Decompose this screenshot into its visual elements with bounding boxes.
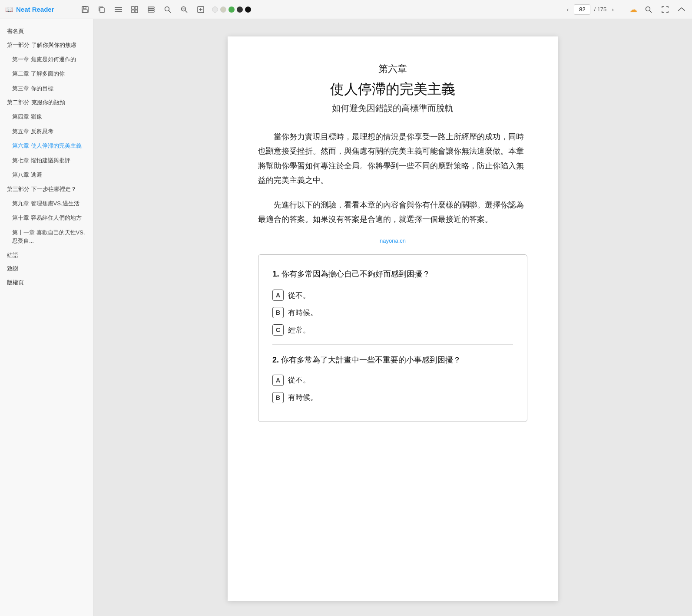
- q1-text: 你有多常因為擔心自己不夠好而感到困擾？: [281, 270, 430, 278]
- sidebar-item-ch4[interactable]: 第四章 猶豫: [0, 109, 93, 124]
- svg-rect-8: [135, 7, 138, 9]
- sidebar-item-cover[interactable]: 書名頁: [0, 24, 93, 38]
- q2-text: 你有多常為了大計畫中一些不重要的小事感到困擾？: [281, 356, 461, 364]
- quiz-question-2: 2. 你有多常為了大計畫中一些不重要的小事感到困擾？: [272, 353, 513, 367]
- svg-rect-10: [135, 10, 138, 13]
- sidebar-item-part3[interactable]: 第三部分 下一步往哪裡走？: [0, 182, 93, 196]
- color-dot-dark[interactable]: [237, 7, 243, 13]
- copy-icon[interactable]: [96, 4, 107, 15]
- toolbar-right: ☁: [629, 4, 687, 15]
- option-text-a2: 從不。: [288, 375, 310, 385]
- svg-rect-9: [132, 10, 134, 13]
- prev-page-button[interactable]: ‹: [565, 5, 571, 14]
- svg-rect-7: [132, 7, 134, 9]
- sidebar-item-part1[interactable]: 第一部分 了解你與你的焦慮: [0, 38, 93, 52]
- quiz-divider: [272, 344, 513, 345]
- page-total-label: / 175: [594, 6, 606, 13]
- svg-line-15: [169, 10, 171, 13]
- sidebar-item-ch2[interactable]: 第二章 了解多面的你: [0, 66, 93, 81]
- sidebar: 書名頁 第一部分 了解你與你的焦慮 第一章 焦慮是如何運作的 第二章 了解多面的…: [0, 19, 93, 616]
- sidebar-item-part2[interactable]: 第二部分 克服你的瓶頸: [0, 96, 93, 109]
- zoom-out-icon[interactable]: [179, 4, 189, 15]
- option-label-b1: B: [272, 307, 284, 318]
- sidebar-item-thanks[interactable]: 致謝: [0, 262, 93, 276]
- chapter-title: 使人停滯的完美主義: [258, 80, 527, 99]
- add-icon[interactable]: [195, 4, 206, 15]
- sidebar-item-ch10[interactable]: 第十章 容易絆住人們的地方: [0, 211, 93, 225]
- svg-rect-13: [148, 11, 154, 12]
- app-brand: 📖 Neat Reader: [5, 6, 75, 13]
- fullscreen-icon[interactable]: [660, 4, 670, 15]
- quiz-option-2a: A 從不。: [272, 375, 513, 386]
- list-icon[interactable]: [146, 4, 156, 15]
- chapter-subtitle: 如何避免因錯誤的高標準而脫軌: [258, 102, 527, 114]
- paragraph-1: 當你努力實現目標時，最理想的情況是你享受一路上所經歷的成功，同時也顯意接受挫折。…: [258, 130, 527, 188]
- color-dot-white[interactable]: [212, 7, 218, 13]
- page-nav: ‹ 82 / 175 ›: [565, 4, 616, 15]
- quiz-option-1c: C 經常。: [272, 324, 513, 336]
- q1-number: 1.: [272, 269, 279, 278]
- svg-line-23: [650, 10, 652, 13]
- toolbar-icons: ‹ 82 / 175 ›: [80, 4, 616, 15]
- book-page: 第六章 使人停滯的完美主義 如何避免因錯誤的高標準而脫軌 當你努力實現目標時，最…: [228, 36, 558, 601]
- sidebar-item-ch8[interactable]: 第八章 逃避: [0, 168, 93, 182]
- chapter-label: 第六章: [258, 63, 527, 76]
- option-text-b1: 有時候。: [288, 308, 318, 318]
- svg-point-14: [165, 7, 169, 11]
- option-text-a1: 從不。: [288, 290, 310, 300]
- quiz-option-2b: B 有時候。: [272, 392, 513, 403]
- save-icon[interactable]: [80, 4, 90, 15]
- option-label-b2: B: [272, 392, 284, 403]
- main-layout: 書名頁 第一部分 了解你與你的焦慮 第一章 焦慮是如何運作的 第二章 了解多面的…: [0, 19, 692, 616]
- paragraph-2: 先進行以下的測驗，看看本章的內容會與你有什麼樣的關聯。選擇你認為最適合的答案。如…: [258, 198, 527, 227]
- svg-rect-2: [83, 10, 87, 12]
- sidebar-item-ch7[interactable]: 第七章 懼怕建議與批評: [0, 153, 93, 168]
- color-dot-green[interactable]: [228, 7, 235, 13]
- quiz-question-1: 1. 你有多常因為擔心自己不夠好而感到困擾？: [272, 267, 513, 281]
- svg-rect-12: [148, 9, 154, 10]
- collapse-icon[interactable]: [676, 4, 687, 15]
- search-right-icon[interactable]: [643, 4, 654, 15]
- sidebar-item-ch5[interactable]: 第五章 反芻思考: [0, 124, 93, 139]
- svg-rect-3: [100, 8, 104, 13]
- option-text-c1: 經常。: [288, 325, 310, 335]
- app-icon: 📖: [5, 6, 13, 13]
- option-label-a1: A: [272, 290, 284, 301]
- content-area: 第六章 使人停滯的完美主義 如何避免因錯誤的高標準而脫軌 當你努力實現目標時，最…: [93, 19, 692, 616]
- quiz-option-1a: A 從不。: [272, 290, 513, 301]
- watermark: nayona.cn: [258, 237, 527, 244]
- color-dot-light[interactable]: [220, 7, 226, 13]
- sidebar-item-ch11[interactable]: 第十一章 喜歡自己的天性VS.忍受自...: [0, 225, 93, 248]
- next-page-button[interactable]: ›: [610, 5, 616, 14]
- svg-line-18: [185, 10, 188, 13]
- option-label-a2: A: [272, 375, 284, 386]
- option-text-b2: 有時候。: [288, 392, 318, 402]
- sidebar-item-ch6[interactable]: 第六章 使人停滯的完美主義: [0, 138, 93, 153]
- app-name: Neat Reader: [16, 6, 54, 13]
- q2-number: 2.: [272, 356, 279, 364]
- grid-icon[interactable]: [129, 4, 140, 15]
- color-dot-black[interactable]: [245, 7, 251, 13]
- svg-point-22: [646, 7, 650, 11]
- sidebar-item-ch1[interactable]: 第一章 焦慮是如何運作的: [0, 52, 93, 67]
- sidebar-item-ch9[interactable]: 第九章 管理焦慮VS.過生活: [0, 196, 93, 211]
- sidebar-item-ch3[interactable]: 第三章 你的目標: [0, 81, 93, 96]
- option-label-c1: C: [272, 324, 284, 336]
- cloud-icon[interactable]: ☁: [629, 5, 637, 14]
- search-icon[interactable]: [162, 4, 173, 15]
- sidebar-item-copyright[interactable]: 版權頁: [0, 276, 93, 290]
- color-picker: [212, 7, 251, 13]
- sidebar-item-conclusion[interactable]: 結語: [0, 248, 93, 262]
- menu-icon[interactable]: [113, 4, 123, 15]
- svg-rect-11: [148, 7, 154, 8]
- page-number-input[interactable]: 82: [574, 4, 590, 15]
- toolbar: 📖 Neat Reader: [0, 0, 692, 19]
- quiz-box: 1. 你有多常因為擔心自己不夠好而感到困擾？ A 從不。 B 有時候。 C 經常…: [258, 254, 527, 422]
- quiz-option-1b: B 有時候。: [272, 307, 513, 318]
